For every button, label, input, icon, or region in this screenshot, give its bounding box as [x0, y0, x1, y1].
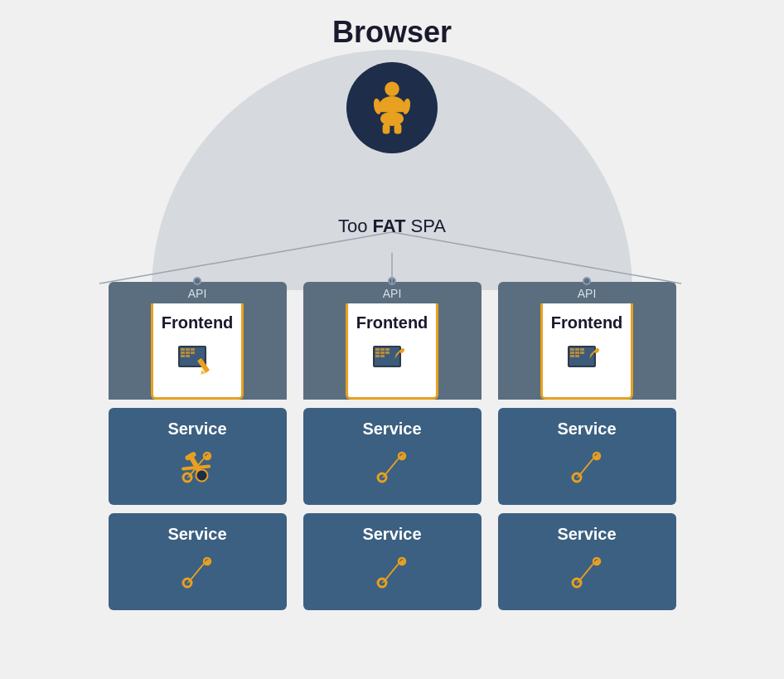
- frontend-label-3: Frontend: [551, 313, 623, 332]
- frontend-box-2: Frontend: [346, 303, 439, 400]
- svg-rect-18: [191, 352, 195, 354]
- svg-rect-13: [181, 348, 185, 351]
- svg-rect-36: [385, 348, 390, 351]
- api-box-3: API Frontend: [498, 282, 676, 400]
- service-box-1-2: Service: [109, 513, 287, 610]
- wrench-icon-2-2: [371, 552, 413, 597]
- svg-rect-14: [186, 348, 190, 351]
- frontend-icon-2: [371, 341, 413, 386]
- fat-person-icon: [346, 62, 438, 153]
- svg-rect-52: [575, 352, 579, 354]
- svg-rect-48: [570, 348, 574, 351]
- svg-rect-20: [186, 355, 190, 357]
- svg-rect-35: [380, 348, 385, 351]
- service-label-3-1: Service: [557, 420, 616, 439]
- svg-rect-15: [191, 348, 195, 351]
- svg-rect-49: [575, 348, 579, 351]
- service-label-2-1: Service: [362, 420, 421, 439]
- spa-label: Too FAT SPA: [338, 216, 446, 237]
- svg-rect-38: [380, 352, 385, 354]
- svg-rect-55: [575, 355, 579, 357]
- service-box-3-1: Service: [498, 408, 676, 505]
- service-label-1-1: Service: [167, 420, 226, 439]
- service-label-1-2: Service: [167, 525, 226, 544]
- svg-rect-37: [375, 352, 380, 354]
- wrench-icon-3-2: [566, 552, 607, 597]
- column-2: API Frontend: [303, 282, 482, 610]
- svg-rect-4: [383, 124, 390, 133]
- svg-rect-40: [375, 355, 380, 357]
- svg-rect-19: [181, 355, 185, 357]
- svg-rect-50: [580, 348, 584, 351]
- svg-rect-39: [385, 352, 390, 354]
- svg-rect-16: [181, 352, 185, 354]
- svg-point-3: [380, 111, 404, 126]
- frontend-box-3: Frontend: [540, 303, 634, 400]
- svg-rect-5: [394, 124, 402, 133]
- wrench-icon-1-1: [177, 447, 218, 492]
- api-box-1: API Frontend: [109, 282, 287, 400]
- frontend-label-1: Frontend: [162, 313, 234, 332]
- service-box-2-1: Service: [303, 408, 482, 505]
- wrench-icon-2-1: [371, 447, 413, 492]
- svg-rect-53: [580, 352, 584, 354]
- wrench-icon-1-2: [177, 552, 218, 597]
- api-dot-1: [193, 277, 201, 285]
- service-box-3-2: Service: [498, 513, 676, 610]
- svg-rect-54: [570, 355, 574, 357]
- svg-rect-41: [380, 355, 385, 357]
- browser-title: Browser: [0, 15, 784, 50]
- svg-rect-34: [375, 348, 380, 351]
- service-box-2-2: Service: [303, 513, 482, 610]
- diagram: Browser Too FAT SPA: [0, 0, 784, 679]
- api-dot-3: [583, 277, 591, 285]
- column-3: API Frontend: [498, 282, 676, 610]
- frontend-icon-1: [177, 341, 218, 386]
- wrench-icon-3-1: [566, 447, 607, 492]
- api-box-2: API Frontend: [303, 282, 482, 400]
- service-box-1-1: Service: [109, 408, 287, 505]
- svg-rect-51: [570, 352, 574, 354]
- frontend-box-1: Frontend: [151, 303, 244, 400]
- api-dot-2: [388, 277, 396, 285]
- service-label-3-2: Service: [557, 525, 616, 544]
- frontend-icon-3: [566, 341, 607, 386]
- column-1: API Frontend: [109, 282, 287, 610]
- svg-rect-17: [186, 352, 190, 354]
- service-label-2-2: Service: [362, 525, 421, 544]
- svg-point-0: [385, 82, 399, 97]
- frontend-label-2: Frontend: [356, 313, 428, 332]
- columns-container: API Frontend: [0, 282, 784, 610]
